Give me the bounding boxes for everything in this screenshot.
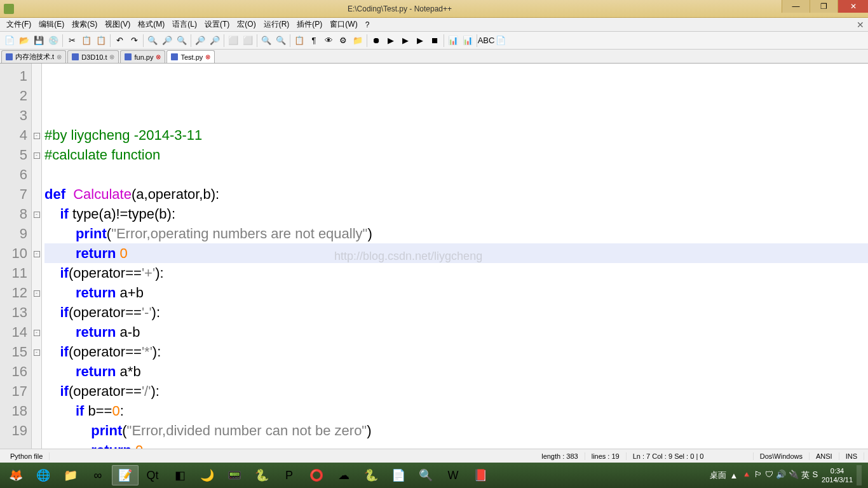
taskbar-app[interactable]: 🌙 [194, 465, 220, 485]
toolbar-button[interactable]: 📊 [461, 34, 475, 48]
code-line[interactable]: #calculate function [44, 145, 868, 165]
taskbar-app[interactable]: P [276, 465, 302, 485]
tray-icon[interactable]: 🔌 [789, 470, 799, 481]
toolbar-button[interactable]: 💿 [46, 34, 60, 48]
code-line[interactable]: if type(a)!=type(b): [44, 204, 868, 224]
fold-cell[interactable]: - [32, 125, 41, 145]
taskbar-app[interactable]: ∞ [85, 465, 111, 485]
code-line[interactable]: return a+b [44, 283, 868, 302]
code-line[interactable]: print("Error,divided number can not be z… [44, 421, 868, 440]
toolbar-button[interactable]: ⬜ [226, 34, 240, 48]
code-line[interactable]: #by liygcheng -2014-3-11 [44, 125, 868, 145]
fold-toggle-icon[interactable]: - [34, 290, 40, 297]
toolbar-button[interactable]: ⏺ [369, 34, 383, 48]
code-line[interactable]: return 0 [44, 440, 868, 449]
taskbar-app[interactable]: Qt [139, 465, 166, 485]
code-line[interactable]: if(operator=='+'): [44, 263, 868, 283]
toolbar-button[interactable]: 📋 [292, 34, 306, 48]
taskbar-app[interactable]: 🌐 [30, 465, 57, 485]
menu-item[interactable]: ? [362, 20, 374, 29]
toolbar-button[interactable]: ▶ [413, 34, 427, 48]
taskbar-app[interactable]: 📕 [467, 465, 494, 485]
tray-icon[interactable]: 🏳 [754, 470, 763, 481]
menu-item[interactable]: 格式(M) [134, 19, 168, 30]
fold-toggle-icon[interactable]: - [34, 133, 40, 139]
fold-toggle-icon[interactable]: - [34, 212, 40, 218]
fold-cell[interactable]: - [32, 283, 41, 302]
document-close-icon[interactable]: ✕ [857, 20, 864, 30]
menu-item[interactable]: 语言(L) [168, 19, 201, 30]
code-line[interactable] [44, 165, 868, 184]
toolbar-button[interactable]: 🔍 [274, 34, 288, 48]
tray-clock[interactable]: 0:34 2014/3/11 [822, 466, 853, 485]
toolbar-button[interactable]: ↷ [127, 34, 141, 48]
menu-item[interactable]: 编辑(E) [35, 19, 68, 30]
fold-cell[interactable]: - [32, 322, 41, 342]
code-line[interactable]: return a*b [44, 362, 868, 381]
toolbar-button[interactable]: 📂 [17, 34, 31, 48]
toolbar-button[interactable]: 👁 [322, 34, 336, 48]
tray-icon[interactable]: S [812, 470, 818, 481]
tray-desktop[interactable]: 桌面 [710, 470, 726, 481]
toolbar-button[interactable]: ABC [479, 34, 493, 48]
menu-item[interactable]: 视图(V) [101, 19, 134, 30]
toolbar-button[interactable]: ¶ [307, 34, 321, 48]
tab-close-icon[interactable]: ⊗ [156, 53, 161, 60]
toolbar-button[interactable]: ▶ [398, 34, 412, 48]
code-line[interactable]: def Calculate(a,operator,b): [44, 184, 868, 204]
taskbar-app[interactable]: 🐍 [248, 465, 275, 485]
toolbar-button[interactable]: 📁 [351, 34, 365, 48]
toolbar-button[interactable]: 📋 [94, 34, 108, 48]
toolbar-button[interactable]: ⬜ [241, 34, 255, 48]
toolbar-button[interactable]: 🔍 [175, 34, 189, 48]
maximize-button[interactable]: ❐ [810, 0, 837, 13]
code-line[interactable]: if b==0: [44, 401, 868, 421]
fold-cell[interactable]: - [32, 342, 41, 362]
taskbar-app[interactable]: 🐍 [358, 465, 384, 485]
toolbar-button[interactable]: 🔎 [193, 34, 207, 48]
toolbar-button[interactable]: 🔎 [160, 34, 174, 48]
menu-item[interactable]: 运行(R) [260, 19, 294, 30]
tray-icon[interactable]: 🔊 [776, 470, 786, 481]
taskbar-app[interactable]: 📁 [57, 465, 84, 485]
menu-item[interactable]: 宏(O) [233, 19, 259, 30]
fold-toggle-icon[interactable]: - [34, 349, 40, 356]
taskbar-app[interactable]: 📄 [385, 465, 412, 485]
toolbar-button[interactable]: 💾 [32, 34, 46, 48]
fold-cell[interactable]: - [32, 204, 41, 224]
code-line[interactable]: print("Error,operating numbers are not e… [44, 224, 868, 243]
code-line[interactable]: if(operator=='/'): [44, 381, 868, 401]
toolbar-button[interactable]: 🔍 [259, 34, 273, 48]
toolbar-button[interactable]: ⏹ [428, 34, 442, 48]
taskbar-app[interactable]: 📟 [221, 465, 248, 485]
taskbar-app[interactable]: 🔍 [412, 465, 439, 485]
close-button[interactable]: ✕ [837, 0, 868, 13]
code-line[interactable]: return 0 [44, 243, 868, 263]
code-line[interactable]: if(operator=='-'): [44, 302, 868, 322]
taskbar-app[interactable]: 📝 [112, 465, 139, 485]
show-desktop-button[interactable] [857, 465, 862, 485]
tray-icon[interactable]: 英 [801, 470, 810, 481]
toolbar-button[interactable]: 📄 [494, 34, 508, 48]
toolbar-button[interactable]: ▶ [384, 34, 398, 48]
toolbar-button[interactable]: 📊 [446, 34, 460, 48]
code-line[interactable]: if(operator=='*'): [44, 342, 868, 362]
document-tab[interactable]: D3D10.t⊗ [67, 50, 119, 63]
fold-toggle-icon[interactable]: - [34, 251, 40, 257]
tab-close-icon[interactable]: ⊗ [109, 53, 114, 60]
taskbar-app[interactable]: W [440, 465, 466, 485]
fold-toggle-icon[interactable]: - [34, 330, 40, 336]
document-tab[interactable]: Test.py⊗ [166, 50, 215, 63]
document-tab[interactable]: 内存池技术.t⊗ [1, 50, 66, 63]
document-tab[interactable]: fun.py⊗ [120, 50, 165, 63]
code-area[interactable]: http://blog.csdn.net/liygcheng #by liygc… [42, 64, 868, 449]
code-line[interactable]: return a-b [44, 322, 868, 342]
toolbar-button[interactable]: ↶ [112, 34, 126, 48]
menu-item[interactable]: 设置(T) [201, 19, 233, 30]
menu-item[interactable]: 插件(P) [293, 19, 326, 30]
tray-up-icon[interactable]: ▲ [730, 471, 738, 480]
taskbar-app[interactable]: ☁ [330, 465, 357, 485]
toolbar-button[interactable]: 🔍 [146, 34, 159, 48]
toolbar-button[interactable]: ✂ [65, 34, 79, 48]
toolbar-button[interactable]: 📄 [3, 34, 17, 48]
